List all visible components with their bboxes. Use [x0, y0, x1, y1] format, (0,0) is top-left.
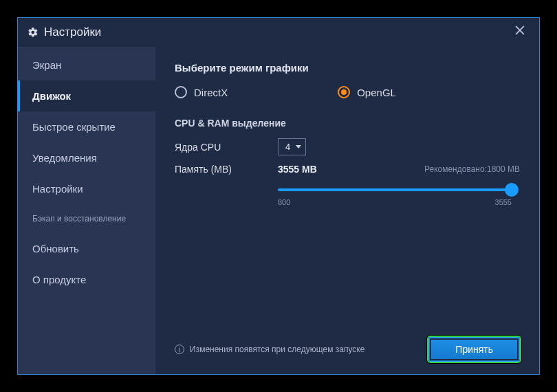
graphics-mode-title: Выберите режим графики: [175, 62, 520, 74]
title-left: Настройки: [28, 25, 101, 39]
close-icon[interactable]: [510, 23, 529, 41]
memory-slider[interactable]: [278, 188, 512, 191]
memory-slider-wrap: 800 3555: [278, 188, 520, 206]
radio-circle-icon: [338, 86, 350, 98]
content-pane: Выберите режим графики DirectX OpenGL CP…: [155, 47, 539, 374]
sidebar-item-backup[interactable]: Бэкап и восстановление: [18, 204, 155, 233]
slider-thumb[interactable]: [505, 183, 518, 197]
sidebar-item-screen[interactable]: Экран: [18, 50, 155, 80]
slider-min-label: 800: [278, 198, 290, 206]
cpu-cores-select[interactable]: 4: [278, 138, 306, 155]
radio-circle-icon: [175, 86, 187, 98]
sidebar-item-quickhide[interactable]: Быстрое скрытие: [18, 111, 155, 142]
radio-label: DirectX: [194, 87, 228, 98]
info-icon: i: [175, 345, 184, 354]
cpu-ram-title: CPU & RAM выделение: [175, 118, 520, 129]
sidebar-item-engine[interactable]: Движок: [18, 80, 155, 111]
slider-max-label: 3555: [495, 198, 512, 206]
radio-label: OpenGL: [357, 87, 396, 98]
memory-row: Память (MB) 3555 MB Рекомендовано:1800 M…: [175, 164, 520, 175]
accept-button[interactable]: Принять: [428, 337, 520, 362]
radio-opengl[interactable]: OpenGL: [338, 86, 396, 98]
window-title: Настройки: [44, 25, 101, 39]
sidebar-item-notifications[interactable]: Уведомления: [18, 142, 155, 173]
footer: i Изменения появятся при следующем запус…: [175, 327, 520, 362]
slider-labels: 800 3555: [278, 198, 512, 206]
sidebar-item-settings[interactable]: Настройки: [18, 173, 155, 204]
graphics-radio-group: DirectX OpenGL: [175, 86, 520, 98]
memory-value: 3555 MB: [278, 164, 317, 175]
cpu-label: Ядра CPU: [175, 142, 278, 153]
sidebar-item-update[interactable]: Обновить: [18, 233, 155, 264]
settings-window: Настройки Экран Движок Быстрое скрытие У…: [17, 17, 540, 375]
sidebar: Экран Движок Быстрое скрытие Уведомления…: [18, 47, 155, 374]
gear-icon: [28, 27, 39, 38]
titlebar: Настройки: [18, 18, 539, 47]
sidebar-item-about[interactable]: О продукте: [18, 264, 155, 295]
cpu-row: Ядра CPU 4: [175, 138, 520, 155]
body: Экран Движок Быстрое скрытие Уведомления…: [18, 47, 539, 374]
radio-directx[interactable]: DirectX: [175, 86, 228, 98]
memory-label: Память (MB): [175, 164, 278, 175]
restart-notice: Изменения появятся при следующем запуске: [190, 345, 364, 354]
memory-recommended: Рекомендовано:1800 MB: [424, 164, 520, 174]
